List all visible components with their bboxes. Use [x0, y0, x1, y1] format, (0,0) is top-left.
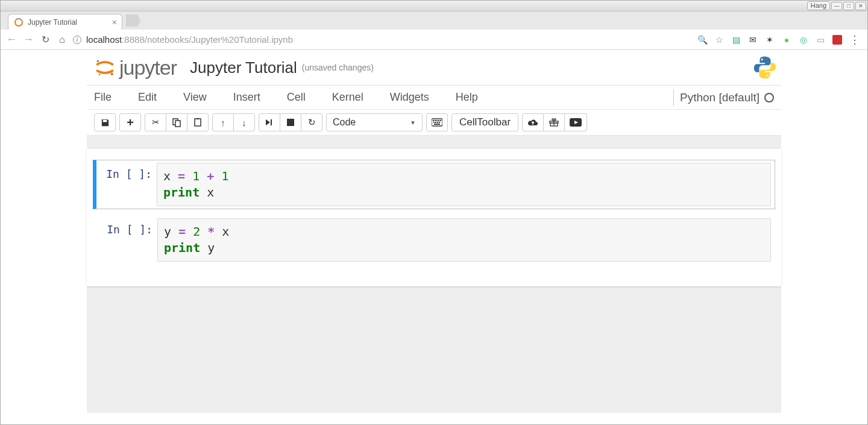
- svg-rect-13: [433, 120, 434, 121]
- browser-tab[interactable]: Jupyter Tutorial ×: [8, 14, 122, 30]
- os-minimize-button[interactable]: —: [831, 2, 842, 10]
- browser-toolbar: ← → ↻ ⌂ i localhost:8888/notebooks/Jupyt…: [1, 30, 867, 50]
- cut-button[interactable]: ✂: [145, 113, 166, 131]
- os-hang-menu[interactable]: Hang: [807, 1, 830, 10]
- menu-edit[interactable]: Edit: [138, 87, 170, 107]
- star-icon[interactable]: ☆: [714, 35, 724, 45]
- svg-rect-19: [435, 122, 436, 123]
- tab-title: Jupyter Tutorial: [28, 18, 77, 27]
- notebook-header: jupyter Jupyter Tutorial (unsaved change…: [87, 50, 781, 86]
- svg-point-4: [767, 75, 769, 77]
- svg-rect-9: [271, 119, 272, 125]
- tab-close-icon[interactable]: ×: [112, 18, 117, 27]
- svg-rect-16: [438, 120, 439, 121]
- run-button[interactable]: [259, 113, 280, 131]
- notebook-title[interactable]: Jupyter Tutorial: [190, 58, 297, 77]
- svg-rect-22: [434, 124, 440, 125]
- extension-icons: 🔍 ☆ ▤ ✉ ✶ ● ◎ ▭ ⋮: [697, 34, 863, 45]
- menu-view[interactable]: View: [183, 87, 220, 107]
- mail-icon[interactable]: ✉: [748, 35, 758, 45]
- forward-button[interactable]: →: [22, 33, 34, 46]
- code-cell[interactable]: In [ ]:x = 1 + 1 print x: [93, 160, 775, 209]
- save-button[interactable]: [94, 113, 116, 131]
- svg-rect-21: [439, 122, 440, 123]
- cell-input[interactable]: y = 2 * x print y: [157, 218, 771, 262]
- ext-green-dot-icon[interactable]: ●: [782, 35, 791, 45]
- kernel-name: Python [default]: [680, 91, 760, 104]
- svg-rect-18: [433, 122, 435, 123]
- cell-input[interactable]: x = 1 + 1 print x: [157, 163, 771, 206]
- kernel-indicator[interactable]: Python [default]: [673, 89, 774, 106]
- cell-prompt: In [ ]:: [97, 218, 157, 262]
- caret-down-icon: ▼: [410, 119, 416, 126]
- gift-button[interactable]: [543, 113, 565, 131]
- svg-marker-10: [266, 119, 270, 125]
- menu-cell[interactable]: Cell: [287, 87, 319, 107]
- address-bar[interactable]: localhost:8888/notebooks/Jupyter%20Tutor…: [86, 34, 693, 45]
- cell-type-select[interactable]: Code ▼: [326, 113, 423, 131]
- jupyter-logo[interactable]: jupyter: [94, 56, 177, 80]
- notebook-paper: In [ ]:x = 1 + 1 print xIn [ ]:y = 2 * x…: [87, 149, 781, 286]
- python-logo-icon[interactable]: [752, 55, 778, 80]
- svg-rect-8: [197, 118, 199, 119]
- os-titlebar: Hang — □ ✕: [1, 1, 867, 11]
- evernote-icon[interactable]: ✶: [765, 35, 775, 45]
- ext-red-icon[interactable]: [832, 35, 842, 45]
- jupyter-favicon-icon: [14, 18, 23, 27]
- svg-rect-14: [435, 120, 436, 121]
- svg-point-3: [761, 58, 763, 60]
- add-cell-button[interactable]: +: [119, 113, 141, 131]
- home-button[interactable]: ⌂: [56, 34, 68, 45]
- paste-button[interactable]: [187, 113, 209, 131]
- grammarly-icon[interactable]: ◎: [799, 35, 808, 45]
- chat-bubble-icon[interactable]: ▭: [816, 35, 825, 45]
- zoom-icon[interactable]: 🔍: [697, 35, 707, 45]
- move-down-button[interactable]: ↓: [233, 113, 255, 131]
- command-palette-button[interactable]: [426, 113, 448, 131]
- reload-button[interactable]: ↻: [39, 34, 51, 45]
- celltoolbar-button[interactable]: CellToolbar: [451, 113, 518, 131]
- copy-button[interactable]: [166, 113, 187, 131]
- svg-point-1: [110, 73, 113, 76]
- svg-rect-6: [175, 121, 180, 127]
- browser-tab-strip: Jupyter Tutorial ×: [1, 11, 867, 30]
- site-info-icon[interactable]: i: [73, 36, 81, 44]
- os-close-button[interactable]: ✕: [855, 2, 866, 10]
- svg-point-0: [97, 60, 99, 62]
- upload-cloud-button[interactable]: [522, 113, 544, 131]
- notebook-save-status: (unsaved changes): [302, 63, 374, 72]
- jupyter-planet-icon: [94, 57, 116, 78]
- move-up-button[interactable]: ↑: [212, 113, 234, 131]
- svg-rect-15: [436, 120, 438, 121]
- code-cell[interactable]: In [ ]:y = 2 * x print y: [93, 215, 775, 265]
- menu-file[interactable]: File: [94, 87, 125, 107]
- cell-prompt: In [ ]:: [96, 163, 157, 206]
- os-maximize-button[interactable]: □: [843, 2, 854, 10]
- restart-button[interactable]: ↻: [301, 113, 322, 131]
- svg-point-2: [99, 74, 101, 75]
- back-button[interactable]: ←: [5, 33, 17, 46]
- notebook-menubar: File Edit View Insert Cell Kernel Widget…: [87, 86, 781, 110]
- menu-widgets[interactable]: Widgets: [390, 87, 442, 107]
- kernel-status-icon: [764, 93, 774, 102]
- url-path: :8888/notebooks/Jupyter%20Tutorial.ipynb: [122, 34, 293, 45]
- menu-kernel[interactable]: Kernel: [332, 87, 377, 107]
- youtube-button[interactable]: [564, 113, 587, 131]
- menu-help[interactable]: Help: [456, 87, 491, 107]
- url-host: localhost: [86, 34, 122, 45]
- notebook-toolbar: + ✂ ↑ ↓ ↻ Code ▼: [87, 110, 781, 136]
- browser-menu-button[interactable]: ⋮: [849, 34, 860, 45]
- new-tab-button[interactable]: [126, 14, 140, 27]
- svg-rect-20: [437, 122, 438, 123]
- interrupt-button[interactable]: [280, 113, 301, 131]
- cell-type-value: Code: [333, 117, 356, 128]
- jupyter-logo-text: jupyter: [119, 56, 177, 80]
- menu-insert[interactable]: Insert: [233, 87, 274, 107]
- svg-rect-17: [440, 120, 441, 121]
- svg-rect-7: [195, 119, 201, 126]
- svg-rect-11: [287, 119, 294, 126]
- notebook-body: In [ ]:x = 1 + 1 print xIn [ ]:y = 2 * x…: [87, 136, 781, 413]
- ext-green-file-icon[interactable]: ▤: [731, 35, 741, 45]
